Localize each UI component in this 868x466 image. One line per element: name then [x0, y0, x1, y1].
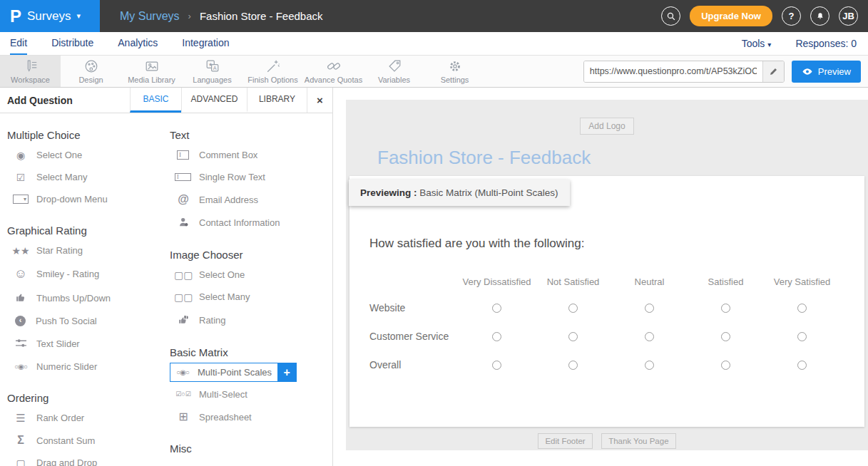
survey-preview-area: Add Logo Fashion Store - Feedback Previe…: [333, 88, 868, 466]
radio-button[interactable]: [568, 332, 578, 341]
tab-distribute[interactable]: Distribute: [51, 32, 93, 55]
tab-integration[interactable]: Integration: [182, 32, 229, 55]
matrix-question: How satisfied are you with the following…: [349, 176, 864, 379]
question-type-constant-sum[interactable]: Σ Constant Sum: [7, 429, 170, 452]
question-type-numeric-slider[interactable]: ○◉○ Numeric Slider: [7, 356, 170, 378]
section-multiple-choice: Multiple Choice: [7, 129, 170, 141]
numbered-list-icon: ☰: [11, 413, 30, 423]
tab-advanced[interactable]: ADVANCED: [181, 88, 247, 113]
question-type-spreadsheet[interactable]: ⊞ Spreadsheet: [170, 405, 332, 428]
radio-button[interactable]: [568, 304, 578, 313]
thank-you-page-button[interactable]: Thank You Page: [601, 433, 675, 449]
help-button[interactable]: ?: [782, 6, 801, 26]
person-icon: [174, 217, 193, 229]
toolbar-design[interactable]: Design: [61, 56, 121, 87]
toolbar-finish-options[interactable]: Finish Options: [242, 56, 303, 87]
survey-canvas: Add Logo Fashion Store - Feedback Previe…: [346, 100, 868, 450]
question-type-image-select-many[interactable]: ▢▢ Select Many: [170, 286, 332, 308]
plus-icon: +: [283, 366, 290, 378]
notifications-button[interactable]: [810, 6, 829, 26]
stars-icon: ★★: [11, 246, 30, 256]
toolbar-advance-quotas[interactable]: Advance Quotas: [303, 56, 364, 87]
radio-button[interactable]: [492, 304, 501, 313]
radio-button[interactable]: [568, 361, 578, 370]
chain-link-icon: [326, 58, 342, 74]
spreadsheet-icon: ⊞: [174, 411, 193, 423]
tab-analytics[interactable]: Analytics: [118, 32, 158, 55]
question-type-contact-information[interactable]: Contact Information: [170, 211, 332, 234]
edit-url-button[interactable]: [762, 61, 784, 82]
close-panel-button[interactable]: ×: [307, 88, 332, 113]
add-question-button[interactable]: +: [277, 363, 296, 381]
multi-select-icon: ☑○☑: [174, 391, 193, 398]
question-type-image-select-one[interactable]: ▢▢ Select One: [170, 264, 332, 286]
question-type-multi-point-scales-selected: ○◉○ Multi-Point Scales +: [170, 363, 297, 382]
section-basic-matrix: Basic Matrix: [170, 346, 332, 358]
toolbar-languages[interactable]: ★ A Languages: [182, 56, 242, 87]
question-type-select-one[interactable]: ◉ Select One: [7, 144, 170, 166]
radio-button[interactable]: [645, 361, 654, 370]
radio-button[interactable]: [797, 361, 807, 370]
tag-icon: [387, 58, 402, 74]
question-type-dropdown-menu[interactable]: ▾ Drop-down Menu: [7, 188, 170, 210]
questionpro-logo: P: [10, 6, 21, 26]
question-type-text-slider[interactable]: Text Slider: [7, 332, 170, 356]
breadcrumb-my-surveys[interactable]: My Surveys: [120, 10, 180, 23]
translate-icon: ★ A: [205, 58, 220, 74]
toolbar-workspace[interactable]: Workspace: [0, 56, 61, 87]
tools-dropdown[interactable]: Tools▾: [742, 38, 772, 49]
user-avatar[interactable]: JB: [839, 6, 858, 26]
matrix-col-header: Satisfied: [688, 269, 764, 294]
question-preview-panel: Previewing : Basic Matrix (Multi-Point S…: [349, 176, 864, 427]
drag-drop-icon: ▢: [11, 458, 30, 466]
avatar-initials: JB: [842, 11, 854, 21]
question-type-thumbs-up-down[interactable]: Thumbs Up/Down: [7, 286, 170, 310]
question-type-push-to-social[interactable]: ‹ Push To Social: [7, 310, 170, 332]
radio-button[interactable]: [721, 332, 730, 341]
close-icon: ×: [317, 94, 323, 106]
survey-url-input[interactable]: [584, 61, 762, 82]
topbar-actions: Upgrade Now ? JB: [661, 6, 868, 26]
question-type-column-2: Text I Comment Box I Single Row Text @ E…: [170, 115, 332, 466]
radio-button[interactable]: [797, 304, 807, 313]
image-icon: [144, 58, 160, 74]
radio-button[interactable]: [645, 332, 654, 341]
radio-button[interactable]: [721, 361, 730, 370]
question-type-image-rating[interactable]: Rating: [170, 308, 332, 332]
product-switcher[interactable]: P Surveys ▾: [0, 0, 100, 32]
radio-button[interactable]: [797, 332, 807, 341]
question-type-multi-point-scales[interactable]: ○◉○ Multi-Point Scales: [170, 363, 277, 381]
toolbar-settings[interactable]: Settings: [424, 56, 485, 87]
survey-title[interactable]: Fashion Store - Feedback: [377, 147, 868, 169]
tab-basic[interactable]: BASIC: [130, 88, 181, 113]
toolbar-variables[interactable]: Variables: [364, 56, 424, 87]
tab-edit[interactable]: Edit: [10, 32, 27, 55]
question-type-smiley-rating[interactable]: ☺ Smiley - Rating: [7, 262, 170, 286]
responses-count[interactable]: Responses: 0: [795, 38, 857, 49]
matrix-col-header: Very Satisfied: [764, 269, 840, 294]
add-logo-button[interactable]: Add Logo: [580, 118, 633, 135]
dropdown-icon: ▾: [13, 195, 29, 204]
question-mark-icon: ?: [789, 11, 795, 21]
question-type-single-row-text[interactable]: I Single Row Text: [170, 166, 332, 188]
toolbar-media-library[interactable]: Media Library: [121, 56, 182, 87]
radio-button[interactable]: [645, 304, 654, 313]
question-type-rank-order[interactable]: ☰ Rank Order: [7, 407, 170, 429]
radio-button[interactable]: [721, 304, 730, 313]
numeric-slider-icon: ○◉○: [11, 363, 30, 371]
upgrade-now-button[interactable]: Upgrade Now: [690, 6, 772, 26]
preview-button[interactable]: Preview: [792, 61, 861, 83]
question-type-drag-and-drop[interactable]: ▢ Drag and Drop: [7, 452, 170, 466]
question-type-comment-box[interactable]: I Comment Box: [170, 144, 332, 166]
question-type-select-many[interactable]: ☑ Select Many: [7, 166, 170, 188]
question-type-email-address[interactable]: @ Email Address: [170, 188, 332, 211]
radio-button[interactable]: [492, 361, 501, 370]
tab-library[interactable]: LIBRARY: [247, 88, 307, 113]
question-type-star-rating[interactable]: ★★ Star Rating: [7, 239, 170, 262]
question-text: How satisfied are you with the following…: [369, 237, 844, 251]
edit-footer-button[interactable]: Edit Footer: [538, 433, 592, 449]
question-type-multi-select[interactable]: ☑○☑ Multi-Select: [170, 383, 332, 405]
radio-button[interactable]: [492, 332, 501, 341]
search-button[interactable]: [661, 6, 680, 26]
previewing-banner: Previewing : Basic Matrix (Multi-Point S…: [349, 180, 570, 206]
